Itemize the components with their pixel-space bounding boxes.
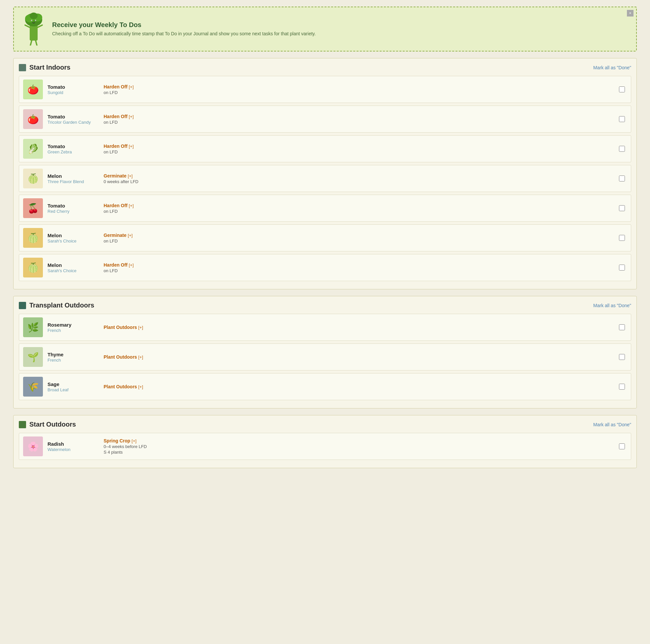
section-color-indicator-start-outdoors [19,421,26,428]
todo-action-label-tomato-greenzebra: Harden Off [104,144,129,149]
plant-variety-tomato-redcherry[interactable]: Red Cherry [47,209,69,214]
todo-checkbox-wrap-tomato-tricolor [617,116,627,122]
plant-name-rosemary-french: Rosemary [47,322,100,328]
todo-action-plus-tomato-greenzebra[interactable]: [+] [129,144,134,149]
svg-line-9 [25,25,30,27]
todo-action-label-melon-sarahs-harden: Harden Off [104,262,129,267]
svg-line-10 [38,25,42,27]
todo-timing2-radish-watermelon: S 4 plants [104,450,617,455]
todo-checkbox-melon-sarahs-germinate[interactable] [619,235,625,241]
svg-line-12 [36,41,37,45]
todo-task-tomato-sungold: Harden Off [+]on LFD [100,84,617,95]
svg-line-11 [30,41,32,45]
todo-checkbox-melon-threeflavor[interactable] [619,176,625,181]
todo-task-tomato-redcherry: Harden Off [+]on LFD [100,203,617,214]
todo-action-plus-melon-sarahs-harden[interactable]: [+] [129,263,134,267]
todo-checkbox-sage-broadleaf[interactable] [619,384,625,390]
section-title-start-indoors: Start Indoors [29,64,70,71]
todo-checkbox-wrap-thyme-french [617,354,627,360]
todo-item-melon-sarahs-harden: 🍈MelonSarah's ChoiceHarden Off [+]on LFD [19,254,631,281]
plant-info-melon-sarahs-germinate: MelonSarah's Choice [47,232,100,244]
todo-task-tomato-tricolor: Harden Off [+]on LFD [100,114,617,125]
plant-variety-sage-broadleaf[interactable]: Broad Leaf [47,387,69,392]
section-header-transplant-outdoors: Transplant OutdoorsMark all as "Done" [19,301,631,309]
plant-variety-rosemary-french[interactable]: French [47,328,61,333]
todo-action-plus-thyme-french[interactable]: [+] [138,355,143,360]
plant-thumbnail-melon-sarahs-germinate: 🍈 [23,228,43,248]
todo-checkbox-wrap-melon-threeflavor [617,176,627,181]
todo-checkbox-wrap-rosemary-french [617,324,627,330]
section-title-wrap-start-indoors: Start Indoors [19,64,70,71]
todo-timing-melon-threeflavor: 0 weeks after LFD [104,179,617,184]
plant-variety-melon-threeflavor[interactable]: Three Flavor Blend [47,179,84,184]
todo-checkbox-tomato-sungold[interactable] [619,86,625,93]
todo-checkbox-melon-sarahs-harden[interactable] [619,264,625,271]
mark-all-link-start-indoors[interactable]: Mark all as "Done" [593,65,631,70]
todo-action-plus-tomato-redcherry[interactable]: [+] [129,203,134,208]
todo-timing-tomato-redcherry: on LFD [104,209,617,214]
todo-checkbox-rosemary-french[interactable] [619,324,625,330]
todo-task-radish-watermelon: Spring Crop [+]0–4 weeks before LFDS 4 p… [100,438,617,455]
mark-all-link-start-outdoors[interactable]: Mark all as "Done" [593,422,631,427]
section-title-wrap-start-outdoors: Start Outdoors [19,421,76,428]
plant-thumbnail-melon-sarahs-harden: 🍈 [23,258,43,278]
todo-checkbox-wrap-tomato-sungold [617,86,627,93]
plant-variety-tomato-sungold[interactable]: Sungold [47,90,63,95]
todo-checkbox-wrap-radish-watermelon [617,443,627,449]
todo-action-plus-rosemary-french[interactable]: [+] [138,325,143,330]
plant-thumbnail-rosemary-french: 🌿 [23,317,43,337]
todo-action-label-radish-watermelon: Spring Crop [104,438,132,443]
todo-action-label-tomato-tricolor: Harden Off [104,114,129,119]
todo-action-plus-tomato-sungold[interactable]: [+] [129,84,134,90]
mark-all-link-transplant-outdoors[interactable]: Mark all as "Done" [593,303,631,308]
plant-variety-thyme-french[interactable]: French [47,358,61,363]
todo-checkbox-tomato-redcherry[interactable] [619,205,625,211]
banner-close-button[interactable]: × [627,10,634,16]
todo-item-tomato-greenzebra: 🥬TomatoGreen ZebraHarden Off [+]on LFD [19,135,631,162]
todo-checkbox-tomato-greenzebra[interactable] [619,146,625,152]
todo-checkbox-radish-watermelon[interactable] [619,443,625,449]
plant-info-melon-sarahs-harden: MelonSarah's Choice [47,262,100,273]
section-start-indoors: Start IndoorsMark all as "Done"🍅TomatoSu… [13,58,637,289]
weekly-todos-banner: Receive your Weekly To Dos Checking off … [13,7,637,51]
plant-info-tomato-tricolor: TomatoTricolor Garden Candy [47,114,100,125]
plant-variety-melon-sarahs-germinate[interactable]: Sarah's Choice [47,239,77,244]
plant-thumbnail-tomato-greenzebra: 🥬 [23,139,43,159]
plant-variety-tomato-tricolor[interactable]: Tricolor Garden Candy [47,120,91,125]
todo-action-plus-radish-watermelon[interactable]: [+] [132,438,137,443]
todo-checkbox-wrap-melon-sarahs-germinate [617,235,627,241]
plant-thumbnail-tomato-redcherry: 🍒 [23,198,43,218]
plant-variety-radish-watermelon[interactable]: Watermelon [47,447,71,452]
todo-action-plus-melon-sarahs-germinate[interactable]: [+] [128,233,133,238]
todo-item-radish-watermelon: 🌸RadishWatermelonSpring Crop [+]0–4 week… [19,433,631,460]
todo-task-tomato-greenzebra: Harden Off [+]on LFD [100,144,617,154]
section-color-indicator-start-indoors [19,64,26,71]
plant-name-tomato-greenzebra: Tomato [47,144,100,149]
section-title-transplant-outdoors: Transplant Outdoors [29,301,94,309]
plant-variety-tomato-greenzebra[interactable]: Green Zebra [47,149,72,154]
todo-item-melon-sarahs-germinate: 🍈MelonSarah's ChoiceGerminate [+]on LFD [19,224,631,251]
todo-action-plus-sage-broadleaf[interactable]: [+] [138,384,143,389]
todo-action-label-sage-broadleaf: Plant Outdoors [104,384,138,389]
todo-action-plus-melon-threeflavor[interactable]: [+] [128,174,133,178]
todo-action-plus-tomato-tricolor[interactable]: [+] [129,114,134,119]
todo-item-rosemary-french: 🌿RosemaryFrenchPlant Outdoors [+] [19,314,631,341]
plant-thumbnail-sage-broadleaf: 🌾 [23,377,43,397]
banner-text-content: Receive your Weekly To Dos Checking off … [52,21,316,37]
todo-task-sage-broadleaf: Plant Outdoors [+] [100,384,617,389]
section-title-wrap-transplant-outdoors: Transplant Outdoors [19,301,94,309]
plant-name-tomato-tricolor: Tomato [47,114,100,119]
plant-info-thyme-french: ThymeFrench [47,352,100,363]
plant-variety-melon-sarahs-harden[interactable]: Sarah's Choice [47,268,77,273]
todo-timing-radish-watermelon: 0–4 weeks before LFD [104,444,617,449]
plant-info-tomato-redcherry: TomatoRed Cherry [47,203,100,214]
todo-task-rosemary-french: Plant Outdoors [+] [100,325,617,330]
todo-item-thyme-french: 🌱ThymeFrenchPlant Outdoors [+] [19,344,631,370]
todo-checkbox-tomato-tricolor[interactable] [619,116,625,122]
todo-action-label-thyme-french: Plant Outdoors [104,354,138,360]
todo-checkbox-thyme-french[interactable] [619,354,625,360]
plant-name-sage-broadleaf: Sage [47,381,100,387]
todo-checkbox-wrap-tomato-greenzebra [617,146,627,152]
todo-item-tomato-redcherry: 🍒TomatoRed CherryHarden Off [+]on LFD [19,195,631,222]
todo-item-melon-threeflavor: 🍈MelonThree Flavor BlendGerminate [+]0 w… [19,165,631,192]
